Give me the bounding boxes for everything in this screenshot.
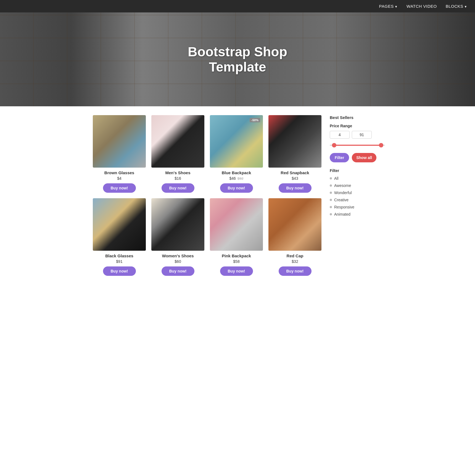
filter-label-animated: Animated	[334, 212, 350, 216]
show-all-button[interactable]: Show all	[352, 153, 376, 162]
product-image-bg-black-glasses	[93, 198, 146, 251]
buy-button-red-snapback[interactable]: Buy now!	[279, 183, 312, 193]
filter-dot-animated	[330, 213, 332, 215]
product-image-womens-shoes	[151, 198, 204, 251]
sidebar-section-title: Best Sellers	[330, 115, 385, 120]
product-price-black-glasses: $91	[116, 259, 122, 264]
sidebar: Best Sellers Price Range Filter Show all…	[330, 115, 385, 281]
product-image-mens-shoes	[151, 115, 204, 168]
filter-item-wonderful[interactable]: Wonderful	[330, 191, 385, 195]
product-image-blue-backpack: -50%	[210, 115, 263, 168]
filter-dot-all	[330, 177, 332, 179]
product-image-bg-red-snapback	[268, 115, 321, 168]
nav-blocks[interactable]: BLOCKS▼	[446, 4, 467, 9]
product-card-mens-shoes: Men's Shoes$16Buy now!	[149, 115, 207, 198]
product-image-bg-pink-backpack	[210, 198, 263, 251]
product-name-blue-backpack: Blue Backpack	[222, 170, 251, 175]
sidebar-buttons: Filter Show all	[330, 153, 385, 162]
product-name-brown-glasses: Brown Glasses	[104, 170, 134, 175]
product-image-bg-brown-glasses	[93, 115, 146, 168]
filter-title: Filter	[330, 168, 385, 173]
product-card-brown-glasses: Brown Glasses$4Buy now!	[90, 115, 149, 198]
filter-dot-awesome	[330, 184, 332, 187]
hero-section: Bootstrap Shop Template	[0, 12, 475, 106]
range-slider[interactable]	[330, 142, 385, 148]
filter-item-creative[interactable]: Creative	[330, 198, 385, 202]
filter-dot-creative	[330, 199, 332, 201]
buy-button-black-glasses[interactable]: Buy now!	[103, 266, 136, 276]
product-price-red-snapback: $43	[292, 176, 298, 181]
products-grid: Brown Glasses$4Buy now!Men's Shoes$16Buy…	[90, 115, 324, 281]
product-name-black-glasses: Black Glasses	[105, 253, 133, 258]
product-image-brown-glasses	[93, 115, 146, 168]
product-price-brown-glasses: $4	[117, 176, 122, 181]
range-fill	[332, 145, 382, 146]
product-card-red-cap: Red Cap$32Buy now!	[266, 198, 324, 281]
product-image-bg-mens-shoes	[151, 115, 204, 168]
product-price-blue-backpack: $46$92	[229, 176, 243, 181]
main-layout: Brown Glasses$4Buy now!Men's Shoes$16Buy…	[86, 106, 389, 290]
filter-label-wonderful: Wonderful	[334, 191, 352, 195]
product-name-mens-shoes: Men's Shoes	[165, 170, 190, 175]
filter-list: AllAwesomeWonderfulCreativeResponsiveAni…	[330, 176, 385, 216]
filter-button[interactable]: Filter	[330, 153, 349, 162]
product-image-bg-womens-shoes	[151, 198, 204, 251]
product-original-price-blue-backpack: $92	[238, 176, 244, 181]
product-name-womens-shoes: Women's Shoes	[162, 253, 194, 258]
filter-item-all[interactable]: All	[330, 176, 385, 181]
price-range-label: Price Range	[330, 124, 385, 128]
product-image-pink-backpack	[210, 198, 263, 251]
product-image-red-snapback	[268, 115, 321, 168]
buy-button-blue-backpack[interactable]: Buy now!	[220, 183, 253, 193]
buy-button-red-cap[interactable]: Buy now!	[279, 266, 312, 276]
range-thumb-left[interactable]	[332, 143, 336, 147]
filter-item-awesome[interactable]: Awesome	[330, 183, 385, 188]
product-name-pink-backpack: Pink Backpack	[222, 253, 251, 258]
discount-badge-blue-backpack: -50%	[250, 118, 260, 122]
nav-pages[interactable]: PAGES▼	[379, 4, 398, 9]
range-thumb-right[interactable]	[379, 143, 383, 147]
price-range-inputs	[330, 131, 385, 139]
filter-label-all: All	[334, 176, 339, 181]
product-card-pink-backpack: Pink Backpack$58Buy now!	[207, 198, 266, 281]
filter-item-animated[interactable]: Animated	[330, 212, 385, 216]
price-min-input[interactable]	[330, 131, 350, 139]
product-image-black-glasses	[93, 198, 146, 251]
product-price-red-cap: $32	[292, 259, 298, 264]
filter-label-creative: Creative	[334, 198, 349, 202]
nav-watch-video[interactable]: WATCH VIDEO	[407, 4, 437, 9]
product-card-red-snapback: Red Snapback$43Buy now!	[266, 115, 324, 198]
product-card-womens-shoes: Women's Shoes$60Buy now!	[149, 198, 207, 281]
hero-title: Bootstrap Shop Template	[188, 44, 287, 75]
product-image-bg-blue-backpack	[210, 115, 263, 168]
product-price-womens-shoes: $60	[175, 259, 181, 264]
price-max-input[interactable]	[352, 131, 372, 139]
product-name-red-cap: Red Cap	[287, 253, 304, 258]
filter-dot-responsive	[330, 206, 332, 208]
product-card-black-glasses: Black Glasses$91Buy now!	[90, 198, 149, 281]
filter-item-responsive[interactable]: Responsive	[330, 205, 385, 209]
navbar: PAGES▼ WATCH VIDEO BLOCKS▼	[0, 0, 475, 12]
buy-button-mens-shoes[interactable]: Buy now!	[162, 183, 194, 193]
buy-button-womens-shoes[interactable]: Buy now!	[162, 266, 194, 276]
filter-label-responsive: Responsive	[334, 205, 354, 209]
buy-button-brown-glasses[interactable]: Buy now!	[103, 183, 136, 193]
filter-dot-wonderful	[330, 192, 332, 194]
product-card-blue-backpack: -50%Blue Backpack$46$92Buy now!	[207, 115, 266, 198]
product-image-red-cap	[268, 198, 321, 251]
buy-button-pink-backpack[interactable]: Buy now!	[220, 266, 253, 276]
product-image-bg-red-cap	[268, 198, 321, 251]
product-price-mens-shoes: $16	[175, 176, 181, 181]
filter-label-awesome: Awesome	[334, 183, 351, 188]
product-name-red-snapback: Red Snapback	[281, 170, 309, 175]
product-price-pink-backpack: $58	[233, 259, 239, 264]
